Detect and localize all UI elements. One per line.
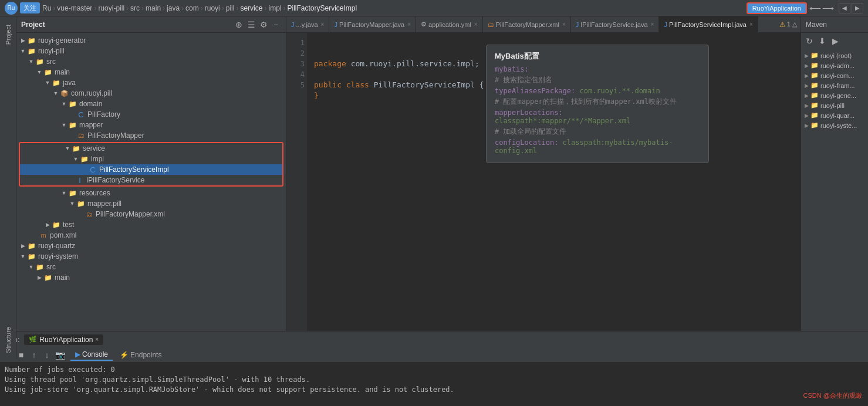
watermark: CSDN @余生的观瞰 — [803, 391, 862, 400]
tree-item-mapper[interactable]: ▼ 📁 mapper — [16, 120, 286, 130]
tree-label: PillFactoryMapper — [87, 131, 144, 140]
maven-expand-icon: ▶ — [805, 83, 809, 89]
maven-expand-icon: ▶ — [805, 53, 809, 59]
maven-folder-icon: 📁 — [810, 62, 819, 69]
tree-item-pom-xml[interactable]: m pom.xml — [16, 230, 286, 241]
console-tab-console[interactable]: ▶ Console — [70, 349, 113, 361]
java-icon: J — [291, 21, 295, 28]
editor-tabs: J ...y.java × J PillFactoryMapper.java ×… — [286, 16, 801, 33]
tree-item-ipill-factory-service[interactable]: I IPillFactoryService — [20, 175, 282, 185]
tree-label: domain — [79, 100, 102, 108]
popup-line-6: # 加载全局的配置文件 — [495, 127, 700, 137]
maven-refresh-button[interactable]: ↻ — [803, 35, 815, 47]
maven-header: Maven — [801, 16, 868, 33]
tree-item-com-ruoyi-pill[interactable]: ▼ 📦 com.ruoyi.pill — [16, 88, 286, 99]
nav-forward-button[interactable]: ▶ — [852, 3, 863, 13]
nav-buttons: ◀ ▶ — [839, 3, 863, 13]
tree-item-impl[interactable]: ▼ 📁 impl — [20, 154, 282, 164]
maven-item-ruoyi-quar[interactable]: ▶ 📁 ruoyi-quar... — [801, 110, 868, 120]
editor-tab-y-java[interactable]: J ...y.java × — [286, 16, 329, 32]
tree-label: IPillFactoryService — [86, 176, 144, 184]
tree-item-main[interactable]: ▼ 📁 main — [16, 67, 286, 77]
folder-icon: 📁 — [68, 99, 77, 109]
tree-item-mapper-pill[interactable]: ▼ 📁 mapper.pill — [16, 198, 286, 209]
popup-line-4: # 配置mapper的扫描，找到所有的mapper.xml映射文件 — [495, 97, 700, 107]
tab-close-icon[interactable]: × — [407, 21, 411, 28]
console-tab-endpoints[interactable]: ⚡ Endpoints — [115, 350, 166, 360]
panel-settings-button[interactable]: ⚙ — [258, 19, 269, 30]
tab-close-icon[interactable]: × — [562, 21, 566, 28]
run-tab-close-button[interactable]: × — [95, 336, 99, 343]
tree-label: mapper — [79, 121, 103, 129]
tree-label: service — [83, 144, 105, 153]
folder-icon: 📁 — [68, 120, 77, 130]
folder-icon: 📁 — [35, 262, 45, 272]
editor-tab-application-yml[interactable]: ⚙ application.yml × — [416, 16, 483, 32]
tree-item-ruoyi-system[interactable]: ▼ 📁 ruoyi-system — [16, 251, 286, 262]
tree-label: ruoyi-quartz — [38, 242, 75, 250]
maven-item-ruoyi-com[interactable]: ▶ 📁 ruoyi-com... — [801, 70, 868, 80]
panel-close-button[interactable]: − — [271, 19, 281, 30]
popup-line-2: # 搜索指定包别名 — [495, 75, 700, 85]
tree-arrow: ▼ — [60, 121, 68, 129]
class-icon: C — [76, 110, 86, 119]
editor-tab-pill-factory-service-impl[interactable]: J PillFactoryServiceImpl.java × — [659, 16, 758, 32]
maven-run-button[interactable]: ▶ — [829, 35, 841, 47]
maven-item-ruoyi-pill[interactable]: ▶ 📁 ruoyi-pill — [801, 100, 868, 110]
console-stop-button[interactable]: ■ — [15, 349, 27, 361]
sidebar-structure-tab[interactable]: Structure — [3, 323, 13, 357]
maven-item-ruoyi-syste[interactable]: ▶ 📁 ruoyi-syste... — [801, 120, 868, 130]
console-content: Number of jobs executed: 0 Using thread … — [0, 363, 868, 406]
tree-item-pill-factory-service-impl[interactable]: C PillFactoryServiceImpl — [20, 164, 282, 175]
editor-tab-pill-factory-mapper-xml[interactable]: 🗂 PillFactoryMapper.xml × — [483, 16, 571, 32]
tree-arrow: ▶ — [35, 273, 43, 282]
maven-item-ruoyi-adm[interactable]: ▶ 📁 ruoyi-adm... — [801, 60, 868, 70]
panel-add-button[interactable]: ⊕ — [234, 19, 244, 30]
tree-item-test[interactable]: ▶ 📁 test — [16, 219, 286, 230]
follow-button[interactable]: 关注 — [20, 2, 40, 13]
tree-item-ruoyi-generator[interactable]: ▶ 📁 ruoyi-generator — [16, 35, 286, 46]
panel-toolbar: ⊕ ☰ ⚙ − — [234, 19, 281, 30]
tree-item-ruoyi-quartz[interactable]: ▶ 📁 ruoyi-quartz — [16, 241, 286, 251]
maven-item-ruoyi[interactable]: ▶ 📁 ruoyi (root) — [801, 50, 868, 60]
nav-back-button[interactable]: ◀ — [839, 3, 850, 13]
tree-item-domain[interactable]: ▼ 📁 domain — [16, 99, 286, 109]
tree-item-java[interactable]: ▼ 📁 java — [16, 77, 286, 88]
tree-item-system-src[interactable]: ▼ 📁 src — [16, 262, 286, 272]
tab-close-icon[interactable]: × — [749, 21, 753, 28]
tree-item-pill-factory-mapper[interactable]: 🗂 PillFactoryMapper — [16, 130, 286, 141]
tree-item-service[interactable]: ▼ 📁 service — [20, 143, 282, 154]
editor-tab-ipill-factory-service[interactable]: J IPillFactoryService.java × — [571, 16, 660, 32]
tree-arrow: ▼ — [60, 189, 68, 197]
editor-content: 1 2 3 4 5 package com.ruoyi.pill.service… — [286, 33, 801, 331]
tab-close-icon[interactable]: × — [474, 21, 478, 28]
tree-arrow: ▼ — [43, 79, 52, 87]
tree-item-pill-factory-mapper-xml[interactable]: 🗂 PillFactoryMapper.xml — [16, 209, 286, 219]
tab-close-icon[interactable]: × — [651, 21, 654, 28]
folder-icon: 📁 — [27, 46, 36, 56]
tree-item-pill-factory[interactable]: C PillFactory — [16, 109, 286, 120]
maven-item-ruoyi-fram[interactable]: ▶ 📁 ruoyi-fram... — [801, 80, 868, 90]
tree-arrow: ▼ — [63, 144, 72, 153]
sidebar-project-tab[interactable]: Project — [3, 21, 13, 48]
tab-close-icon[interactable]: × — [321, 21, 325, 28]
tree-item-resources[interactable]: ▼ 📁 resources — [16, 188, 286, 198]
tree-item-ruoyi-pill[interactable]: ▼ 📁 ruoyi-pill — [16, 46, 286, 56]
yaml-icon: ⚙ — [421, 21, 427, 28]
panel-collapse-button[interactable]: ☰ — [246, 19, 256, 30]
maven-folder-icon: 📁 — [810, 82, 819, 89]
tree-item-src[interactable]: ▼ 📁 src — [16, 56, 286, 67]
editor-tab-pill-factory-mapper[interactable]: J PillFactoryMapper.java × — [329, 16, 416, 32]
console-scroll-down-button[interactable]: ↓ — [41, 349, 53, 361]
ruoyi-application-tab[interactable]: RuoYiApplication — [747, 2, 807, 14]
maven-download-button[interactable]: ⬇ — [816, 35, 828, 47]
maven-item-ruoyi-gene[interactable]: ▶ 📁 ruoyi-gene... — [801, 90, 868, 100]
maven-expand-icon: ▶ — [805, 123, 809, 128]
popup-title: MyBatis配置 — [495, 51, 700, 62]
tree-item-system-main[interactable]: ▶ 📁 main — [16, 272, 286, 283]
console-scroll-up-button[interactable]: ↑ — [28, 349, 40, 361]
run-app-tab[interactable]: 🌿 RuoYiApplication × — [24, 334, 103, 345]
run-bar: Run: 🌿 RuoYiApplication × — [0, 331, 868, 347]
console-camera-button[interactable]: 📷 — [54, 349, 66, 361]
folder-icon: 📁 — [27, 252, 36, 261]
